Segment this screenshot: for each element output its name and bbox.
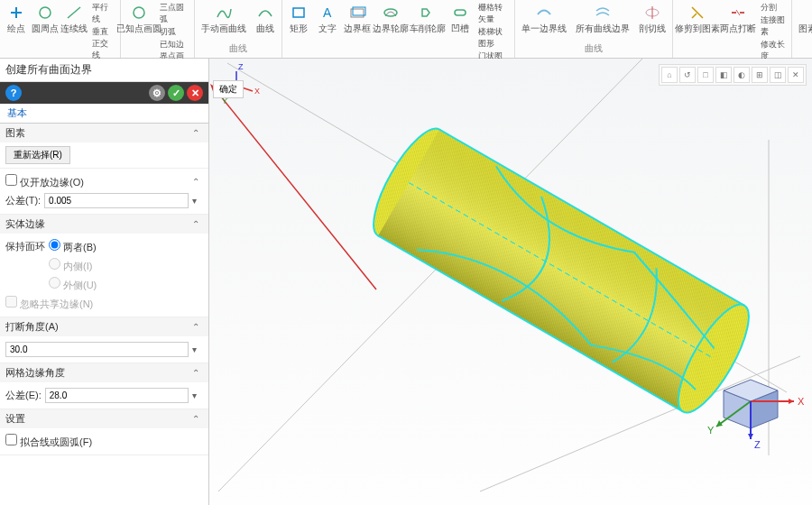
svg-line-16 (217, 91, 376, 289)
tab-basic[interactable]: 基本 (0, 104, 208, 124)
ribbon-subitem[interactable]: 切弧 (158, 26, 190, 38)
radio-both[interactable]: 两者(B) (49, 239, 97, 254)
axis-z-label: Z (238, 62, 244, 71)
svg-text:A: A (323, 5, 332, 20)
view-tool-button[interactable]: ✕ (788, 67, 804, 83)
svg-point-0 (40, 7, 51, 18)
spinner-icon[interactable]: ▾ (192, 344, 203, 355)
ribbon-group-label: 曲线 (198, 41, 278, 56)
break-angle-input[interactable] (5, 342, 189, 357)
ribbon-subitem[interactable]: 三点圆弧 (158, 2, 190, 25)
ribbon-subitem[interactable]: 楼梯状图形 (476, 26, 511, 50)
collapse-icon[interactable]: ⌃ (192, 128, 203, 139)
line-icon (65, 4, 83, 22)
cancel-button[interactable]: ✕ (187, 85, 203, 101)
ok-button[interactable]: ✓ (168, 85, 184, 101)
ribbon-edge1-button[interactable]: 单一边界线 (519, 2, 569, 35)
fit-arc-checkbox[interactable]: 拟合线或圆弧(F) (5, 434, 92, 449)
viewport-ok-button[interactable]: 确定 (213, 80, 244, 98)
spinner-icon[interactable]: ▾ (192, 390, 203, 401)
view-tool-button[interactable]: ⊞ (752, 67, 768, 83)
ribbon-group-label (796, 54, 812, 56)
text-icon: A (318, 4, 337, 22)
ribbon-slice-button[interactable]: 剖切线 (636, 2, 669, 35)
open-edges-checkbox[interactable]: 仅开放边缘(O) (5, 174, 84, 189)
radio-outer[interactable]: 外侧(U) (49, 277, 97, 292)
radio-inner[interactable]: 内侧(I) (49, 258, 92, 273)
section-solid-head: 实体边缘 (5, 217, 45, 231)
view-tool-button[interactable]: ↺ (679, 67, 696, 83)
config-button[interactable]: ⚙ (149, 85, 165, 101)
ribbon-subitem[interactable]: 分割 (759, 2, 788, 14)
svg-text:X: X (798, 396, 805, 407)
collapse-icon[interactable]: ⌃ (192, 368, 203, 379)
view-tool-button[interactable]: ◫ (770, 67, 786, 83)
ribbon-circ-button[interactable]: 圆周点 (32, 2, 58, 35)
reselect-button[interactable]: 重新选择(R) (5, 146, 70, 164)
ribbon-line-button[interactable]: 连续线 (61, 2, 87, 35)
ribbon-plus-button[interactable]: 绘点 (4, 2, 29, 35)
axis-x-label: X (254, 87, 260, 96)
curve-icon (256, 4, 274, 22)
ribbon-trim-button[interactable]: 修剪到图素 (677, 2, 718, 35)
section-break-head: 打断角度(A) (5, 320, 59, 334)
edgeA-icon (594, 4, 612, 22)
ribbon-turn-button[interactable]: 车削轮廓 (411, 2, 444, 35)
tolerance-label: 公差(T): (5, 194, 41, 207)
turn-icon (419, 4, 437, 22)
tolerance-input[interactable] (44, 193, 189, 208)
svg-point-6 (384, 9, 397, 16)
svg-point-1 (134, 7, 144, 18)
mesh-angle-input[interactable] (45, 388, 189, 403)
ribbon-subitem[interactable]: 栅格转矢量 (476, 2, 511, 25)
ribbon-rect-button[interactable]: 矩形 (286, 2, 311, 35)
sil-icon (382, 4, 400, 22)
view-tool-button[interactable]: ◧ (715, 67, 732, 83)
ribbon-break-button[interactable]: 两点打断 (722, 2, 756, 35)
ribbon-text-button[interactable]: A文字 (315, 2, 340, 35)
ribbon-slot-button[interactable]: 凹槽 (448, 2, 473, 35)
bbox-icon (348, 4, 366, 22)
edge1-icon (535, 4, 553, 22)
collapse-icon[interactable]: ⌃ (192, 414, 203, 425)
section-settings-head: 设置 (5, 412, 25, 426)
view-tool-button[interactable]: ⌂ (661, 67, 678, 83)
trim-icon (688, 4, 706, 22)
ribbon-spline-button[interactable]: 手动画曲线 (198, 2, 249, 35)
ribbon-fil-button[interactable]: 图素倒圆角 (796, 2, 812, 35)
ribbon-edgeA-button[interactable]: 所有曲线边界 (573, 2, 632, 35)
view-toolbar: ⌂↺□◧◐⊞◫✕ (659, 64, 807, 86)
plus-icon (7, 4, 25, 22)
panel-actionbar: ? ⚙ ✓ ✕ (0, 82, 208, 104)
collapse-icon[interactable]: ⌃ (192, 177, 203, 188)
section-mesh-head: 网格边缘角度 (5, 366, 65, 380)
svg-text:Z: Z (754, 439, 761, 450)
ribbon-subitem[interactable]: 平行线 (90, 2, 116, 25)
view-tool-button[interactable]: □ (697, 67, 714, 83)
slot-icon (451, 4, 469, 22)
ribbon-sil-button[interactable]: 边界轮廓 (374, 2, 407, 35)
circ-icon (130, 4, 148, 22)
ribbon-curve-button[interactable]: 曲线 (253, 2, 278, 35)
spinner-icon[interactable]: ▾ (192, 196, 203, 207)
view-tool-button[interactable]: ◐ (734, 67, 750, 83)
collapse-icon[interactable]: ⌃ (192, 219, 203, 230)
svg-text:Y: Y (707, 425, 715, 436)
svg-marker-32 (789, 399, 794, 404)
ignore-shared-checkbox[interactable]: 忽略共享边缘(N) (5, 296, 93, 311)
slice-icon (643, 4, 661, 22)
ribbon-subitem[interactable]: 垂直正交线 (90, 26, 116, 61)
section-tusu-head: 图素 (5, 126, 25, 140)
ribbon-circ-button[interactable]: 已知点画圆 (125, 2, 154, 35)
ribbon-subitem[interactable]: 连接图素 (759, 14, 788, 38)
ribbon-bbox-button[interactable]: 边界框 (344, 2, 370, 35)
rect-icon (290, 4, 308, 22)
circ-icon (36, 4, 54, 22)
spline-icon (215, 4, 233, 22)
break-icon (729, 4, 747, 22)
ribbon-group-label: 曲线 (519, 41, 669, 56)
collapse-icon[interactable]: ⌃ (192, 322, 203, 333)
help-button[interactable]: ? (5, 85, 22, 101)
viewport-3d[interactable]: 确定 ⌂↺□◧◐⊞◫✕ (209, 59, 812, 505)
mesh-tol-label: 公差(E): (5, 389, 42, 402)
